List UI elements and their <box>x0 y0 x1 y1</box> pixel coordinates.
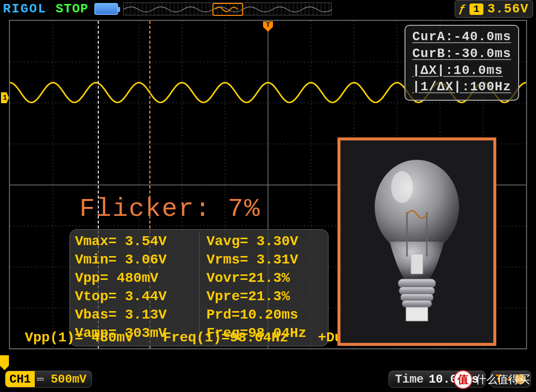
channel-vdiv-value: 500mV <box>46 373 91 386</box>
svg-point-25 <box>391 171 413 203</box>
meas-prd: Prd=10.20ms <box>206 306 323 325</box>
brand-logo: RIGOL <box>3 1 47 16</box>
battery-icon <box>94 3 118 15</box>
trigger-source[interactable]: ƒ 1 3.56V <box>455 0 533 18</box>
svg-rect-31 <box>406 307 428 321</box>
meas-vtop: Vtop= 3.44V <box>75 288 199 306</box>
channel-name: CH1 <box>5 371 35 387</box>
meas-vpp: Vpp= 480mV <box>75 269 199 288</box>
trigger-level: 3.56V <box>487 1 529 16</box>
scope-display[interactable]: 1 T CurA:-40.0ms CurB:-30.0m <box>9 20 527 349</box>
lightbulb-icon <box>367 152 467 331</box>
svg-text:T: T <box>266 21 270 29</box>
readout-freq: Freq(1)=98.04Hz <box>163 330 288 345</box>
cursor-a-value: CurA:-40.0ms <box>412 29 511 46</box>
trigger-position-icon: T <box>262 20 274 33</box>
watermark: 值 什么值得买 <box>454 370 530 389</box>
run-state[interactable]: STOP <box>56 1 88 16</box>
svg-rect-30 <box>402 300 432 307</box>
meas-vrms: Vrms= 3.31V <box>206 251 323 269</box>
coupling-icon: ⎓ <box>35 373 46 386</box>
trigger-channel-badge: 1 <box>469 3 483 15</box>
measurements-col1: Vmax= 3.54V Vmin= 3.06V Vpp= 480mV Vtop=… <box>75 233 199 343</box>
meas-vpre: Vpre=21.3% <box>206 288 323 306</box>
meas-vovr: Vovr=21.3% <box>206 269 323 288</box>
meas-vmax: Vmax= 3.54V <box>75 233 199 251</box>
measurements-col2: Vavg= 3.30V Vrms= 3.31V Vovr=21.3% Vpre=… <box>199 233 323 343</box>
meas-vbas: Vbas= 3.13V <box>75 306 199 325</box>
rising-edge-icon: ƒ <box>459 3 466 15</box>
svg-point-24 <box>375 160 459 254</box>
meas-vmin: Vmin= 3.06V <box>75 251 199 269</box>
cursor-readout: CurA:-40.0ms CurB:-30.0ms |ΔX|:10.0ms |1… <box>404 25 519 101</box>
cursor-b-value: CurB:-30.0ms <box>412 46 511 63</box>
top-bar: RIGOL STOP ƒ 1 3.56V <box>0 0 536 18</box>
timebase-label: Time <box>395 373 424 386</box>
watermark-icon: 值 <box>454 370 472 389</box>
svg-rect-27 <box>398 279 436 288</box>
measurements-panel: Vmax= 3.54V Vmin= 3.06V Vpp= 480mV Vtop=… <box>69 229 329 346</box>
meas-vavg: Vavg= 3.30V <box>206 233 323 251</box>
channel-gnd-marker: 1 <box>1 92 9 103</box>
readout-vpp: Vpp(1)= 480mV <box>25 330 133 345</box>
svg-rect-26 <box>411 254 423 274</box>
cursor-dx-value: |ΔX|:10.0ms <box>412 63 511 79</box>
lightbulb-overlay <box>337 137 496 346</box>
watermark-text: 什么值得买 <box>475 372 530 387</box>
memory-bar <box>123 2 332 15</box>
flicker-annotation: Flicker: 7% <box>79 195 261 224</box>
cursor-invdx-value: |1/ΔX|:100Hz <box>412 79 511 96</box>
channel-vdiv[interactable]: CH1 ⎓ 500mV <box>5 371 92 388</box>
